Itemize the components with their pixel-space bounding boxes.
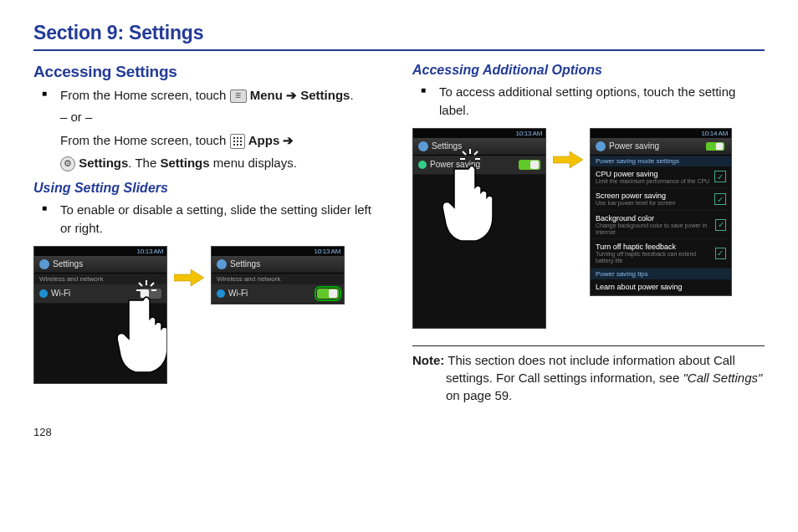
checkbox-checked-icon: ✓: [715, 219, 726, 231]
header-text: Settings: [432, 141, 462, 151]
item-title: CPU power saving: [596, 170, 709, 178]
header-text: Settings: [230, 259, 260, 269]
hand-pointer-icon: [116, 294, 167, 384]
apps-icon: [230, 134, 245, 149]
access-steps-list: From the Home screen, touch Menu ➔ Setti…: [33, 86, 386, 126]
two-column-layout: Accessing Settings From the Home screen,…: [33, 61, 765, 404]
additional-steps-list: To access additional setting options, to…: [412, 83, 765, 120]
detail-item: Learn about power saving: [591, 279, 731, 295]
note-text: on page 59.: [446, 388, 512, 402]
checkbox-checked-icon: ✓: [715, 248, 726, 259]
left-column: Accessing Settings From the Home screen,…: [33, 61, 386, 404]
menu-icon: [230, 90, 247, 103]
list-item: From the Home screen, touch Menu ➔ Setti…: [60, 86, 386, 126]
header-text: Power saving: [609, 141, 659, 151]
item-title: Learn about power saving: [596, 283, 726, 291]
text-bold: Apps ➔: [248, 133, 294, 147]
detail-item: Background colorChange background color …: [591, 211, 731, 239]
gear-icon: [418, 141, 428, 151]
checkbox-checked-icon: ✓: [714, 171, 726, 182]
tap-burst-icon: [460, 149, 480, 169]
row-label: Wi-Fi: [51, 289, 70, 298]
item-title: Turn off haptic feedback: [596, 243, 715, 251]
screenshot-power-saving-detail: 10:14 AM Power saving Power saving mode …: [590, 128, 732, 296]
settings-gear-icon: [60, 156, 75, 171]
text: From the Home screen, touch: [60, 133, 230, 147]
detail-item: Screen power savingUse low power level f…: [591, 188, 731, 211]
continued-text: Settings. The Settings menu displays.: [33, 154, 386, 172]
gear-icon: [596, 141, 606, 151]
heading-additional-options: Accessing Additional Options: [412, 63, 765, 78]
item-sub: Limit the maximum performance of the CPU: [596, 178, 709, 185]
text-bold: Settings: [160, 156, 209, 170]
status-bar: 10:13 AM: [212, 247, 344, 256]
screenshot-settings-before: 10:13 AM Settings Wireless and network W…: [33, 246, 167, 384]
section-label: Power saving mode settings: [591, 156, 731, 166]
screenshot-header: Settings: [212, 256, 344, 274]
section-rule: [33, 49, 765, 51]
item-sub: Change background color to save power in…: [596, 223, 715, 235]
hand-pointer-icon: [442, 162, 509, 254]
page-number: 128: [33, 426, 765, 438]
slider-on: [519, 160, 540, 170]
status-bar: 10:13 AM: [413, 129, 545, 138]
detail-item: CPU power savingLimit the maximum perfor…: [591, 166, 731, 189]
gear-icon: [39, 259, 49, 269]
svg-line-6: [463, 151, 466, 155]
arrow-right-icon: [553, 151, 583, 168]
text-bold: Menu ➔ Settings: [250, 88, 350, 102]
screenshot-header: Power saving: [591, 138, 731, 156]
gear-icon: [217, 259, 227, 269]
figure-additional: 10:13 AM Settings Power saving 10:14: [412, 128, 765, 329]
wifi-icon: [217, 289, 225, 298]
slider-on: [706, 141, 724, 150]
status-bar: 10:13 AM: [34, 247, 166, 256]
arrow-right-icon: [174, 269, 204, 286]
slider-on: [317, 289, 339, 299]
svg-line-1: [139, 283, 142, 286]
note-reference: "Call Settings": [683, 371, 762, 385]
note-label: Note:: [412, 353, 444, 367]
wifi-icon: [39, 289, 48, 298]
item-title: Background color: [596, 214, 715, 223]
item-sub: Turning off haptic feedback can extend b…: [596, 251, 715, 263]
checkbox-checked-icon: ✓: [714, 193, 726, 205]
screenshot-settings-after: 10:13 AM Settings Wireless and network W…: [211, 246, 345, 304]
screenshot-power-saving-list: 10:13 AM Settings Power saving: [412, 128, 546, 329]
text-bold: Settings: [79, 156, 128, 170]
section-label: Power saving tips: [591, 269, 731, 279]
section-label: Wireless and network: [212, 274, 344, 284]
header-text: Settings: [53, 259, 83, 269]
text: menu displays.: [210, 156, 297, 170]
text: . The: [128, 156, 160, 170]
right-column: Accessing Additional Options To access a…: [412, 61, 765, 404]
item-title: Screen power saving: [596, 192, 675, 200]
text: .: [350, 88, 353, 102]
svg-line-2: [151, 283, 154, 286]
tap-burst-icon: [136, 280, 156, 300]
row-label: Wi-Fi: [228, 289, 248, 298]
heading-using-sliders: Using Setting Sliders: [33, 181, 386, 196]
note-divider: [412, 345, 765, 346]
heading-accessing-settings: Accessing Settings: [33, 63, 386, 81]
item-sub: Use low power level for screen: [596, 200, 675, 207]
wifi-row: Wi-Fi: [212, 284, 344, 304]
svg-line-7: [474, 151, 478, 155]
screenshot-header: Settings: [34, 256, 166, 274]
section-title: Section 9: Settings: [33, 22, 765, 44]
or-separator: – or –: [60, 108, 386, 126]
slider-steps-list: To enable or disable a setting, slide th…: [33, 201, 386, 238]
status-bar: 10:14 AM: [591, 129, 731, 138]
text: From the Home screen, touch: [60, 88, 230, 102]
continued-text: From the Home screen, touch Apps ➔: [33, 131, 386, 150]
note-block: Note: This section does not include info…: [412, 351, 765, 404]
figure-sliders: 10:13 AM Settings Wireless and network W…: [33, 246, 386, 384]
power-icon: [418, 161, 427, 169]
detail-item: Turn off haptic feedbackTurning off hapt…: [591, 239, 731, 268]
list-item: To access additional setting options, to…: [439, 83, 765, 120]
list-item: To enable or disable a setting, slide th…: [60, 201, 386, 238]
